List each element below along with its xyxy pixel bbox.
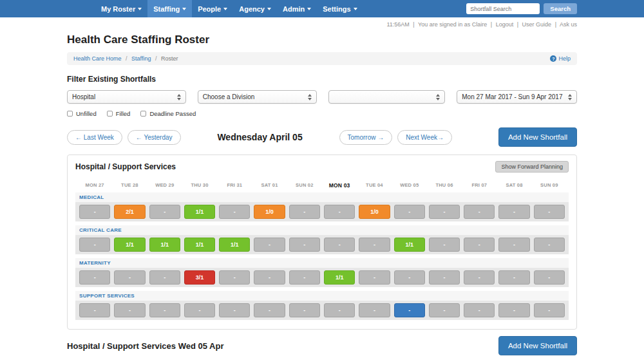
shift-cell[interactable]: 1/1 bbox=[219, 238, 250, 252]
yesterday-button[interactable]: ← Yesterday bbox=[128, 130, 181, 145]
shift-cell[interactable]: - bbox=[289, 238, 320, 252]
shift-cell[interactable]: - bbox=[219, 303, 250, 317]
add-new-shortfall-button-bottom[interactable]: Add New Shortfall bbox=[498, 336, 577, 355]
ward-select[interactable] bbox=[328, 90, 446, 104]
shift-cell[interactable]: - bbox=[114, 303, 145, 317]
nav-item-admin[interactable]: Admin bbox=[277, 0, 317, 17]
shift-cell[interactable]: - bbox=[79, 303, 110, 317]
shift-cell[interactable]: - bbox=[254, 303, 285, 317]
nav-item-staffing[interactable]: Staffing bbox=[147, 0, 192, 17]
facility-select[interactable]: Hospital bbox=[67, 90, 186, 104]
breadcrumb-home-link[interactable]: Health Care Home bbox=[73, 55, 122, 62]
shift-cell[interactable]: - bbox=[498, 303, 529, 317]
roster-panel-title: Hospital / Support Services bbox=[75, 162, 176, 171]
logout-link[interactable]: Logout bbox=[496, 21, 514, 28]
day-header: THU 06 bbox=[429, 182, 460, 189]
shift-cell[interactable]: - bbox=[429, 303, 460, 317]
shift-cell[interactable]: - bbox=[79, 270, 110, 285]
shift-cell[interactable]: - bbox=[429, 205, 460, 219]
shift-cell[interactable]: - bbox=[324, 205, 355, 219]
current-day-title: Wednesday April 05 bbox=[181, 132, 339, 142]
add-new-shortfall-button[interactable]: Add New Shortfall bbox=[498, 127, 577, 147]
page-title: Health Care Staffing Roster bbox=[67, 33, 577, 46]
nav-item-my-roster[interactable]: My Roster bbox=[95, 0, 147, 17]
shift-cell[interactable]: - bbox=[184, 303, 215, 317]
shift-cell[interactable]: - bbox=[149, 270, 180, 285]
shift-cell[interactable]: - bbox=[289, 303, 320, 317]
shift-cell[interactable]: 1/0 bbox=[254, 205, 285, 219]
shift-cell[interactable]: - bbox=[359, 238, 390, 252]
shift-cell[interactable]: 1/1 bbox=[184, 205, 215, 219]
shift-cell[interactable]: - bbox=[498, 270, 529, 285]
shift-cell[interactable]: 3/1 bbox=[184, 270, 215, 285]
next-week-button[interactable]: Next Week→ bbox=[397, 130, 452, 145]
shift-cell[interactable]: - bbox=[498, 238, 529, 252]
checkbox-label: Deadline Passed bbox=[149, 110, 196, 117]
shift-cell[interactable]: - bbox=[394, 205, 425, 219]
shift-cell[interactable]: - bbox=[359, 303, 390, 317]
shift-cell[interactable]: - bbox=[464, 238, 495, 252]
tomorrow-button[interactable]: Tomorrow → bbox=[339, 130, 393, 145]
shift-cell[interactable]: - bbox=[394, 303, 425, 317]
shift-cell[interactable]: - bbox=[429, 238, 460, 252]
user-guide-link[interactable]: User Guide bbox=[522, 21, 552, 28]
division-select[interactable]: Choose a Division bbox=[198, 90, 317, 104]
shift-cell[interactable]: - bbox=[394, 270, 425, 285]
nav-item-settings[interactable]: Settings bbox=[317, 0, 363, 17]
shift-cell[interactable]: 1/1 bbox=[114, 238, 145, 252]
help-link[interactable]: ? Help bbox=[550, 55, 571, 62]
search-button[interactable]: Search bbox=[544, 3, 577, 14]
chevron-down-icon bbox=[182, 8, 186, 10]
shift-cell[interactable]: - bbox=[149, 303, 180, 317]
shift-cell[interactable]: - bbox=[429, 270, 460, 285]
filter-checkbox-row: Unfilled Filled Deadline Passed bbox=[67, 110, 577, 117]
shift-cell[interactable]: - bbox=[534, 270, 565, 285]
ward-cell-row: -------------- bbox=[75, 301, 569, 320]
chevron-down-icon bbox=[307, 8, 311, 10]
show-forward-planning-button[interactable]: Show Forward Planning bbox=[495, 161, 569, 173]
shift-cell[interactable]: 1/1 bbox=[394, 238, 425, 252]
shift-cell[interactable]: - bbox=[498, 205, 529, 219]
shift-cell[interactable]: - bbox=[254, 270, 285, 285]
shift-cell[interactable]: 1/1 bbox=[149, 238, 180, 252]
ward-label: MATERNITY bbox=[75, 258, 569, 268]
shift-cell[interactable]: - bbox=[79, 238, 110, 252]
select-arrows-icon bbox=[568, 94, 572, 100]
shift-cell[interactable]: - bbox=[464, 205, 495, 219]
shift-cell[interactable]: 1/0 bbox=[359, 205, 390, 219]
separator: / bbox=[126, 55, 128, 62]
last-week-button[interactable]: ← Last Week bbox=[67, 130, 122, 145]
unfilled-checkbox[interactable]: Unfilled bbox=[67, 110, 97, 117]
deadline-passed-checkbox[interactable]: Deadline Passed bbox=[140, 110, 196, 117]
breadcrumb-staffing-link[interactable]: Staffing bbox=[131, 55, 151, 62]
date-range-select[interactable]: Mon 27 Mar 2017 - Sun 9 Apr 2017 bbox=[457, 90, 577, 104]
shift-cell[interactable]: - bbox=[324, 238, 355, 252]
shift-cell[interactable]: - bbox=[534, 303, 565, 317]
shift-cell[interactable]: - bbox=[464, 303, 495, 317]
shift-cell[interactable]: - bbox=[534, 205, 565, 219]
shift-cell[interactable]: - bbox=[114, 270, 145, 285]
shift-cell[interactable]: 2/1 bbox=[114, 205, 145, 219]
shift-cell[interactable]: - bbox=[359, 270, 390, 285]
ask-us-link[interactable]: Ask us bbox=[560, 21, 577, 28]
shift-cell[interactable]: - bbox=[464, 270, 495, 285]
checkbox-icon bbox=[140, 111, 146, 117]
shift-cell[interactable]: - bbox=[254, 238, 285, 252]
shift-cell[interactable]: - bbox=[289, 270, 320, 285]
roster-panel: Hospital / Support Services Show Forward… bbox=[67, 155, 577, 330]
filter-heading: Filter Existing Shortfalls bbox=[67, 75, 577, 84]
shift-cell[interactable]: 1/1 bbox=[324, 270, 355, 285]
shift-cell[interactable]: - bbox=[149, 205, 180, 219]
shift-cell[interactable]: - bbox=[534, 238, 565, 252]
shift-cell[interactable]: - bbox=[79, 205, 110, 219]
shift-cell[interactable]: - bbox=[289, 205, 320, 219]
nav-item-people[interactable]: People bbox=[192, 0, 233, 17]
shift-cell[interactable]: - bbox=[219, 205, 250, 219]
search-input[interactable] bbox=[466, 3, 540, 14]
shift-cell[interactable]: 1/1 bbox=[184, 238, 215, 252]
filled-checkbox[interactable]: Filled bbox=[107, 110, 131, 117]
shift-cell[interactable]: - bbox=[324, 303, 355, 317]
nav-items: My RosterStaffingPeopleAgencyAdminSettin… bbox=[95, 0, 363, 17]
shift-cell[interactable]: - bbox=[219, 270, 250, 285]
nav-item-agency[interactable]: Agency bbox=[233, 0, 277, 17]
